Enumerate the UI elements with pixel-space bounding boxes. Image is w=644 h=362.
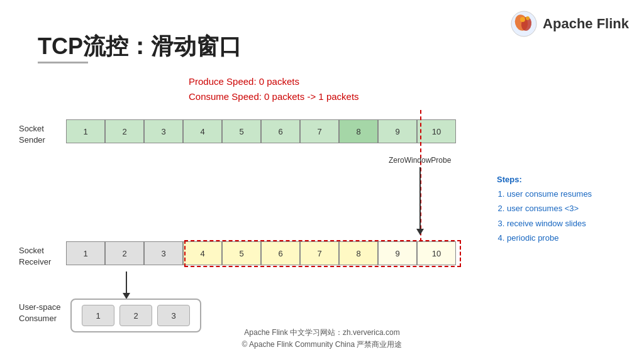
steps-list: user consume resumes user consumes <3> r…: [497, 187, 592, 246]
step-3: receive window slides: [507, 216, 592, 231]
consume-speed: Consume Speed: 0 packets -> 1 packets: [189, 89, 359, 104]
socket-receiver-label: SocketReceiver: [19, 245, 51, 268]
user-space-consumer-label: User-spaceConsumer: [19, 302, 60, 324]
receiver-packet-9: 9: [378, 241, 417, 265]
footer-line2: © Apache Flink Community China 严禁商业用途: [242, 339, 402, 351]
sender-packet-4: 4: [183, 119, 222, 143]
sender-packet-5: 5: [222, 119, 261, 143]
receiver-packet-row: 1 2 3 4 5 6 7 8 9 10: [66, 241, 456, 265]
sender-packet-1: 1: [66, 119, 105, 143]
receiver-packet-6: 6: [261, 241, 300, 265]
sender-packet-8: 8: [339, 119, 378, 143]
speed-info: Produce Speed: 0 packets Consume Speed: …: [189, 74, 359, 104]
step-4: periodic probe: [507, 231, 592, 245]
down-arrow-line: [126, 272, 127, 294]
receiver-packet-10: 10: [417, 241, 456, 265]
sender-packet-7: 7: [300, 119, 339, 143]
down-arrow-consumer: [126, 272, 127, 294]
svg-point-4: [526, 16, 530, 20]
flink-logo-icon: [510, 10, 538, 38]
step-1: user consume resumes: [507, 187, 592, 201]
produce-speed: Produce Speed: 0 packets: [189, 74, 359, 89]
sender-packet-10: 10: [417, 119, 456, 143]
receiver-packet-4: 4: [183, 241, 222, 265]
socket-sender-label: SocketSender: [19, 123, 45, 146]
receiver-packet-3: 3: [144, 241, 183, 265]
title-underline: [38, 62, 88, 63]
receiver-packet-2: 2: [105, 241, 144, 265]
page-title: TCP流控：滑动窗口: [38, 31, 242, 62]
consumer-box-2: 2: [119, 305, 152, 326]
receiver-packet-8: 8: [339, 241, 378, 265]
sender-packet-9: 9: [378, 119, 417, 143]
sender-packet-6: 6: [261, 119, 300, 143]
sender-packet-2: 2: [105, 119, 144, 143]
zero-window-probe-container: ZeroWindowProbe: [389, 156, 451, 230]
consumer-box-1: 1: [82, 305, 114, 326]
receiver-packet-7: 7: [300, 241, 339, 265]
zwp-arrow: [419, 167, 421, 230]
receiver-packet-1: 1: [66, 241, 105, 265]
receiver-packet-5: 5: [222, 241, 261, 265]
steps-panel: Steps: user consume resumes user consume…: [497, 175, 592, 246]
sender-packet-3: 3: [144, 119, 183, 143]
svg-point-3: [520, 17, 525, 22]
step-2: user consumes <3>: [507, 201, 592, 216]
steps-title: Steps:: [497, 175, 592, 184]
consumer-box-3: 3: [157, 305, 190, 326]
sender-packet-row: 1 2 3 4 5 6 7 8 9 10: [66, 119, 456, 143]
flink-brand-name: Apache Flink: [543, 16, 629, 32]
consumer-packet-row: 1 2 3: [70, 299, 201, 332]
footer-line1: Apache Flink 中文学习网站：zh.ververica.com: [242, 327, 402, 339]
footer: Apache Flink 中文学习网站：zh.ververica.com © A…: [242, 327, 402, 351]
zwp-label: ZeroWindowProbe: [389, 156, 451, 165]
header-logo-area: Apache Flink: [510, 10, 629, 38]
